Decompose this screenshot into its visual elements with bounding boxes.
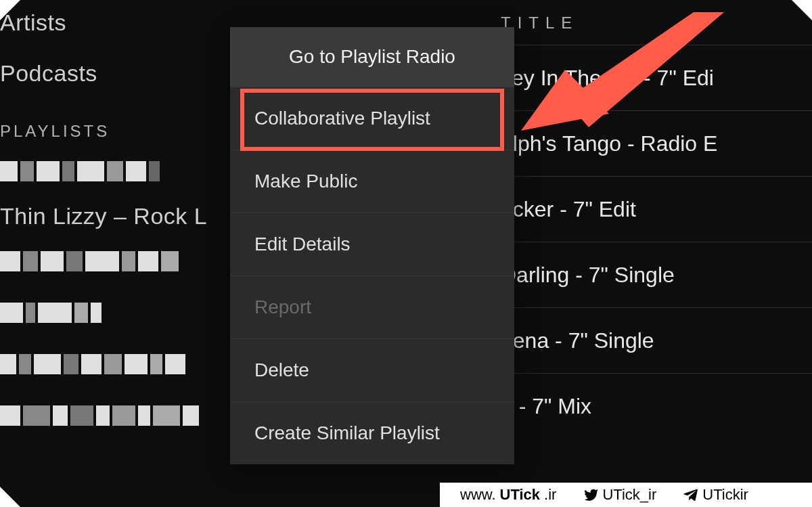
corner-rounder <box>792 0 812 20</box>
censored-playlist[interactable] <box>0 354 230 374</box>
track-title: e - 7" Mix <box>501 394 591 419</box>
corner-rounder <box>792 487 812 507</box>
watermark-url: www.UTick.ir <box>460 486 556 504</box>
menu-item-report: Report <box>230 275 514 338</box>
watermark-url-prefix: www. <box>460 486 496 504</box>
watermark-twitter-handle: UTick_ir <box>602 486 656 504</box>
track-title: nena - 7" Single <box>501 328 654 353</box>
watermark-url-main: UTick <box>500 486 541 504</box>
column-header-title[interactable]: TITLE <box>501 14 812 32</box>
menu-item-label: Report <box>254 296 311 317</box>
track-title: Darling - 7" Single <box>501 263 675 288</box>
menu-item-label: Go to Playlist Radio <box>289 46 455 67</box>
watermark-twitter: UTick_ir <box>583 486 656 504</box>
menu-item-label: Create Similar Playlist <box>254 422 440 443</box>
corner-rounder <box>0 0 20 20</box>
watermark-bar: www.UTick.ir UTick_ir UTickir <box>440 483 812 507</box>
watermark-telegram: UTickir <box>683 486 748 504</box>
censored-playlist[interactable] <box>0 405 230 426</box>
track-row[interactable]: olph's Tango - Radio E <box>501 110 812 176</box>
menu-item-edit-details[interactable]: Edit Details <box>230 213 514 275</box>
menu-item-delete[interactable]: Delete <box>230 338 514 401</box>
telegram-icon <box>683 487 698 502</box>
censored-playlist[interactable] <box>0 251 230 271</box>
track-row[interactable]: ocker - 7" Edit <box>501 176 812 242</box>
menu-item-label: Delete <box>254 359 309 380</box>
sidebar-item-label: Podcasts <box>0 60 97 86</box>
sidebar-playlist-thin-lizzy[interactable]: Thin Lizzy – Rock L <box>0 198 230 235</box>
track-row[interactable]: Darling - 7" Single <box>501 242 812 307</box>
menu-item-go-to-playlist-radio[interactable]: Go to Playlist Radio <box>230 27 514 87</box>
menu-item-label: Make Public <box>254 171 358 192</box>
sidebar-item-podcasts[interactable]: Podcasts <box>0 55 230 92</box>
tracklist: TITLE key In The Jar - 7" Edi olph's Tan… <box>501 0 812 507</box>
sidebar-item-artists[interactable]: Artists <box>0 4 230 41</box>
watermark-url-suffix: .ir <box>544 486 556 504</box>
censored-playlist[interactable] <box>0 303 230 323</box>
playlist-context-menu: Go to Playlist Radio Collaborative Playl… <box>230 27 514 464</box>
twitter-icon <box>583 487 598 502</box>
sidebar: Artists Podcasts PLAYLISTS Thin Lizzy – … <box>0 0 230 507</box>
track-row[interactable]: e - 7" Mix <box>501 373 812 439</box>
watermark-telegram-handle: UTickir <box>702 486 748 504</box>
track-row[interactable]: key In The Jar - 7" Edi <box>501 45 812 110</box>
track-row[interactable]: nena - 7" Single <box>501 307 812 373</box>
playlists-heading: PLAYLISTS <box>0 122 230 141</box>
sidebar-item-label: Thin Lizzy – Rock L <box>0 203 207 229</box>
track-title: key In The Jar - 7" Edi <box>501 66 714 91</box>
menu-item-label: Collaborative Playlist <box>254 108 430 129</box>
censored-playlist[interactable] <box>0 161 230 181</box>
track-title: olph's Tango - Radio E <box>501 131 717 156</box>
corner-rounder <box>0 487 20 507</box>
menu-item-label: Edit Details <box>254 234 351 255</box>
menu-item-make-public[interactable]: Make Public <box>230 150 514 213</box>
menu-item-collaborative-playlist[interactable]: Collaborative Playlist <box>230 87 514 150</box>
track-title: ocker - 7" Edit <box>501 197 636 222</box>
menu-item-create-similar-playlist[interactable]: Create Similar Playlist <box>230 401 514 464</box>
